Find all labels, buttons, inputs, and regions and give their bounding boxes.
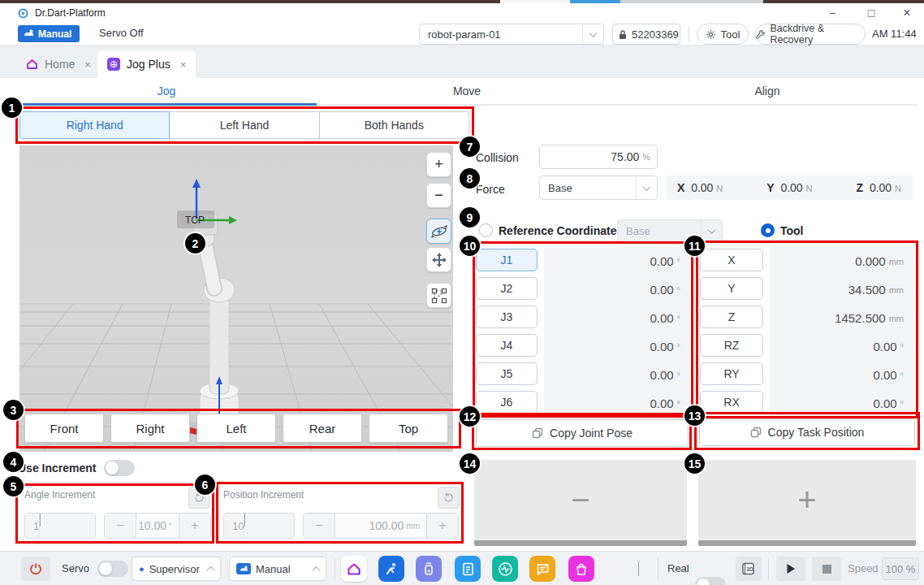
app-logo-icon [18,8,28,19]
jog-app-icon[interactable] [378,556,404,582]
stop-button[interactable] [812,557,841,581]
task-ry-button[interactable]: RY [700,362,763,385]
reference-frame-select[interactable]: Base [617,219,723,242]
real-mode-toggle[interactable] [695,577,726,585]
both-hands-button[interactable]: Both Hands [320,111,469,139]
mode-badge[interactable]: Manual [18,25,80,42]
copy-task-position-button[interactable]: Copy Task Position [699,418,915,446]
collision-input[interactable]: 75.00% [539,145,658,169]
annotation-3: 3 [3,400,24,420]
speed-label: Speed [848,562,879,574]
servo-toggle[interactable] [97,561,128,577]
message-log-app-icon[interactable] [529,556,555,582]
close-button[interactable]: × [893,3,921,23]
simulator-3d-button[interactable]: 3D [736,557,762,581]
jog-plus-button[interactable]: + [698,460,916,546]
task-z-button[interactable]: Z [700,306,763,328]
angle-increment-button[interactable]: + [179,514,210,538]
copy-joint-pose-button[interactable]: Copy Joint Pose [476,419,689,447]
position-increment-value: 100.00mm [335,514,427,538]
left-hand-button[interactable]: Left Hand [170,111,319,139]
chevron-down-icon [708,226,716,234]
svg-text:3D: 3D [746,566,753,572]
annotation-15: 15 [684,453,705,474]
angle-increment-value: 10.00° [136,514,179,538]
chevron-up-icon [313,566,321,574]
joint-j6-button[interactable]: J6 [476,391,538,414]
tab-jog-plus[interactable]: ⊕ Jog Plus × [97,50,196,78]
close-tab-icon[interactable]: × [180,58,187,71]
angle-increment-stepper: − 10.00° + [104,513,211,539]
view-front-button[interactable]: Front [24,414,104,443]
measure-button[interactable] [426,283,451,308]
orbit-rotate-button[interactable] [426,219,451,244]
tab-home[interactable]: Home × [16,50,101,78]
dock-expand-chevron[interactable] [638,561,639,576]
subtab-jog[interactable]: Jog [16,78,317,106]
subtab-move[interactable]: Move [317,78,617,106]
task-values-panel: 0.000mm 34.500mm 1452.500mm 0.00° 0.00° … [770,247,913,418]
subtab-align[interactable]: Align [617,78,918,106]
operation-mode-select[interactable]: Manual [229,557,326,581]
teach-pendant-app-icon[interactable] [416,556,442,582]
force-label: Force [476,183,505,196]
maximize-button[interactable]: □ [857,3,885,23]
use-increment-toggle[interactable] [104,460,135,476]
reference-coordinates-radio[interactable] [479,223,493,237]
servo-status: Servo Off [99,27,144,39]
app-window: Dr.Dart-Platform − □ × Manual Servo Off … [0,0,924,585]
power-button[interactable] [21,557,50,581]
play-button[interactable] [776,557,805,581]
reference-coordinates-label: Reference Coordinates [499,224,623,237]
zoom-out-button[interactable]: − [426,183,451,208]
position-increment-select[interactable]: 10 [223,513,295,539]
view-top-button[interactable]: Top [369,414,448,443]
position-reset-button[interactable] [438,487,460,509]
store-app-icon[interactable] [568,556,594,582]
use-increment-label: Use Increment [18,462,96,474]
jog-minus-button[interactable]: − [474,460,687,546]
user-role-select[interactable]: ● Supervisor [132,557,221,581]
position-increment-button[interactable]: + [427,514,458,538]
joint-j4-button[interactable]: J4 [476,334,538,357]
annotation-11: 11 [684,236,705,256]
view-right-button[interactable]: Right [110,414,190,443]
task-x-button[interactable]: X [700,249,763,271]
3d-view-icon: 3D [741,562,756,575]
monitoring-app-icon[interactable] [492,556,518,582]
robot-3d-viewport[interactable]: BASE TCP + − [19,145,453,452]
view-left-button[interactable]: Left [196,414,276,443]
robot-param-select[interactable]: robot-param-01 [419,24,604,45]
joint-j1-button[interactable]: J1 [476,249,538,271]
task-rx-button[interactable]: RX [700,391,763,414]
copy-icon [532,427,543,439]
pan-button[interactable] [426,247,451,272]
speed-value-box[interactable]: 100 % [882,557,919,580]
tool-radio[interactable] [761,223,775,237]
angle-increment-select[interactable]: 1 [24,513,96,539]
task-rz-button[interactable]: RZ [700,334,763,357]
angle-decrement-button[interactable]: − [105,514,136,538]
tool-button[interactable]: Tool [697,24,749,45]
force-frame-select[interactable]: Base [539,176,658,200]
minimize-button[interactable]: − [818,3,846,23]
zoom-in-button[interactable]: + [426,152,451,177]
joint-j2-button[interactable]: J2 [476,277,538,300]
joint-j5-button[interactable]: J5 [476,362,538,385]
home-app-icon[interactable] [341,556,367,582]
task-y-button[interactable]: Y [700,277,763,300]
close-tab-icon[interactable]: × [84,58,91,71]
view-rear-button[interactable]: Rear [283,414,362,443]
joint-values-panel: 0.00° 0.00° 0.00° 0.00° 0.00° 0.00° [544,247,690,418]
serial-box[interactable]: 52203369 [612,24,680,45]
force-readout-panel: X 0.00 N Y 0.00 N Z 0.00 N [666,176,913,200]
home-icon [26,58,38,70]
right-hand-button[interactable]: Right Hand [19,111,170,139]
copy-icon [750,427,762,438]
backdrive-recovery-button[interactable]: Backdrive & Recovery [755,24,866,45]
joint-j3-button[interactable]: J3 [476,306,538,328]
measure-distance-icon [430,287,448,305]
position-decrement-button[interactable]: − [304,514,335,538]
app-title: Dr.Dart-Platform [35,7,106,19]
task-writer-app-icon[interactable] [455,556,481,582]
